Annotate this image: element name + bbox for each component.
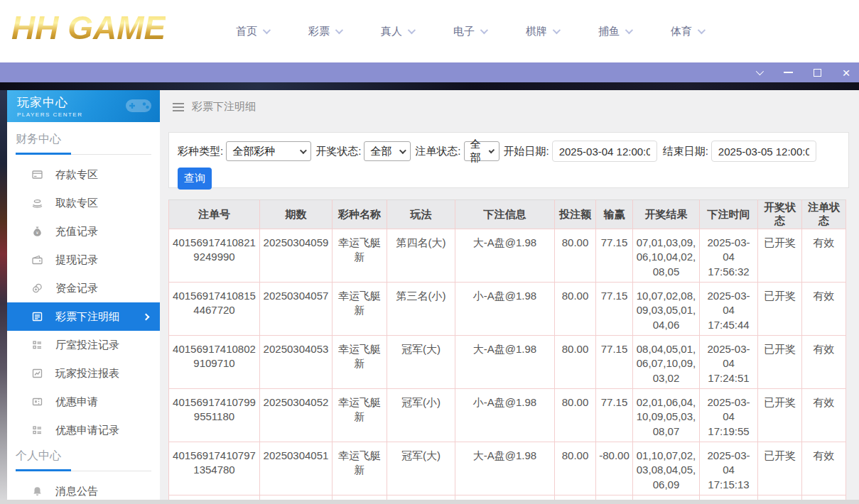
room-records-icon [31,339,43,351]
page-title: 彩票下注明细 [192,100,256,114]
sidebar-item-messages[interactable]: 消息公告 [7,477,160,500]
sidebar-item-fund-records[interactable]: 资金记录 [7,274,160,302]
sidebar-section-personal: 个人中心 [16,449,151,464]
chevron-down-icon [698,26,706,34]
chevron-down-icon [480,26,488,34]
chevron-down-icon [300,147,307,154]
nav-item-lottery[interactable]: 彩票 [308,25,341,38]
lottery-type-label: 彩种类型: [178,145,223,158]
sidebar-item-label: 厅室投注记录 [55,339,119,352]
table-row: 401569174108029109710 20250304053 幸运飞艇新 … [169,336,846,389]
main-content: 彩票下注明细 彩种类型: 全部彩种 开奖状态: 全部 注单状态: 全部 开始日期… [160,90,859,500]
col-header: 彩种名称 [333,200,387,229]
window-titlebar: × [0,62,859,82]
wallet-icon [31,254,43,265]
draw-status-select[interactable]: 全部 [364,141,411,161]
cell-order-id: 401569174108219249990 [169,229,260,283]
end-date-label: 结束日期: [663,145,708,158]
cell-bet-info: 大-A盘@1.98 [455,442,555,495]
cell-bet-info: 大-A盘@1.98 [455,336,555,389]
cell-order-status: 有效 [802,389,846,442]
table-row: 401569174107999551180 20250304052 幸运飞艇新 … [169,389,846,442]
col-header: 下注时间 [700,200,758,229]
nav-item-sports[interactable]: 体育 [671,25,703,38]
sidebar-item-promo-apply[interactable]: 优惠申请 [7,388,160,416]
nav-label: 彩票 [308,25,330,38]
cell-win-loss: 77.15 [596,229,633,283]
sidebar-item-label: 存款专区 [55,168,98,182]
cell-bet-info: 大-A盘@1.98 [455,229,555,283]
close-icon[interactable]: × [838,65,855,80]
sidebar-header: 玩家中心 PLAYERS CENTER [7,90,160,122]
sidebar-item-recharge-records[interactable]: ¥ 充值记录 [7,217,160,246]
sidebar-item-label: 优惠申请记录 [55,424,119,437]
cell-bet-amount: 80.00 [555,389,596,442]
nav-item-boardgames[interactable]: 棋牌 [526,25,558,38]
cell-lottery-name: 幸运飞艇新 [333,283,387,336]
cell-bet-amount: 80.00 [555,336,596,389]
col-header: 注单号 [169,200,260,229]
sidebar-item-withdraw[interactable]: 取款专区 [7,189,160,217]
chevron-down-icon [553,26,561,34]
cell-order-id: 401569174108154467720 [169,283,260,336]
sidebar-item-player-bet-report[interactable]: 玩家投注报表 [7,359,160,388]
col-header: 期数 [260,200,333,229]
cell-order-status: 有效 [802,283,846,336]
sidebar-item-lottery-bet-details[interactable]: 彩票下注明细 [7,302,160,331]
lottery-type-select[interactable]: 全部彩种 [226,141,311,161]
cell-period: 20250304053 [260,336,333,389]
cell-draw-result: 02,01,06,04,10,09,05,03,08,07 [633,389,700,442]
section-underline [16,154,151,155]
nav-item-slots[interactable]: 电子 [453,25,486,38]
nav-item-fishing[interactable]: 捕鱼 [598,25,631,38]
cell-lottery-name: 幸运飞艇新 [333,336,387,389]
chevron-down-icon [408,26,416,34]
sidebar-item-promo-apply-records[interactable]: 优惠申请记录 [7,416,160,444]
minimize-icon[interactable] [779,65,796,80]
sidebar-section-finance: 财务中心 [16,132,151,148]
query-button[interactable]: 查询 [178,168,212,190]
cell-draw-result: 08,04,05,01,06,07,10,09,03,02 [633,336,700,389]
nav-item-home[interactable]: 首页 [236,25,269,38]
cell-draw-result: 07,01,03,09,06,10,04,02,08,05 [633,229,700,283]
cell-draw-result: 10,07,02,08,09,03,05,01,04,06 [633,283,700,336]
sidebar-item-room-bet-records[interactable]: 厅室投注记录 [7,331,160,359]
chevron-down-icon [263,26,271,34]
cell-bet-amount: 80.00 [555,283,596,336]
coupon-icon [31,396,43,407]
chevron-down-icon[interactable] [750,65,767,80]
cell-lottery-name: 幸运飞艇新 [333,389,387,442]
chevron-down-icon [625,26,633,34]
cell-period: 20250304051 [260,442,333,495]
cell-draw-status: 已开奖 [758,442,802,495]
col-header: 开奖结果 [633,200,700,229]
cell-draw-result: 01,10,07,02,03,08,04,05,06,09 [633,442,700,495]
sidebar-item-label: 资金记录 [55,282,98,295]
nav-label: 首页 [236,25,257,38]
sidebar-item-withdrawal-records[interactable]: 提现记录 [7,246,160,274]
sidebar-item-label: 玩家投注报表 [55,367,119,380]
cell-draw-status: 已开奖 [758,336,802,389]
order-status-select[interactable]: 全部 [464,141,499,161]
coins-icon [31,283,43,294]
site-header: HH GAME 首页 彩票 真人 电子 棋牌 捕鱼 体育 [0,0,859,62]
sidebar-item-label: 优惠申请 [55,395,98,409]
report-chart-icon [31,368,43,379]
col-header: 玩法 [387,200,455,229]
lottery-type-value: 全部彩种 [232,145,275,158]
cell-draw-status: 已开奖 [758,389,802,442]
sidebar-item-deposit[interactable]: 存款专区 [7,160,160,189]
nav-item-live[interactable]: 真人 [381,25,414,38]
maximize-icon[interactable] [809,65,826,80]
end-date-input[interactable] [711,141,816,162]
order-status-value: 全部 [470,138,484,165]
deposit-card-icon [31,169,43,180]
sidebar-items: 存款专区 取款专区 ¥ 充值记录 提现记录 资金记录 彩票下注明细 厅室投注记录 [7,160,160,444]
nav-label: 体育 [671,25,692,38]
site-logo[interactable]: HH GAME [11,9,166,47]
start-date-input[interactable] [552,141,657,162]
col-header: 开奖状态 [758,200,802,229]
hamburger-icon[interactable] [173,103,184,111]
start-date-label: 开始日期: [504,145,549,158]
cell-draw-status: 已开奖 [758,283,802,336]
